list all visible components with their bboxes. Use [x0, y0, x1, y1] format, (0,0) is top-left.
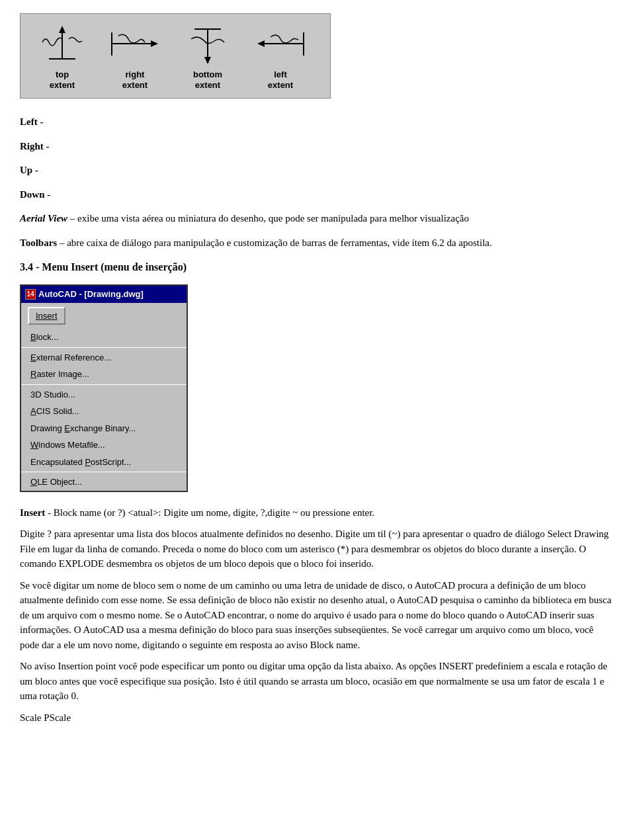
menu-item-eps[interactable]: Encapsulated PostScript... [21, 454, 187, 471]
left-extent-icon [251, 21, 310, 67]
section-heading: 3.4 - Menu Insert (menu de inserção) [20, 259, 615, 275]
extent-cell-top: top extent [26, 21, 99, 90]
top-extent-icon [32, 21, 92, 67]
menu-item-3dstudio[interactable]: 3D Studio... [21, 386, 187, 403]
autocad-menu-screenshot: 14 AutoCAD - [Drawing.dwg] Insert Block.… [20, 284, 188, 492]
insert-menu-button[interactable]: Insert [28, 307, 65, 325]
left-extent-label: left extent [268, 69, 293, 90]
menu-separator-3 [21, 472, 187, 472]
insert-description: Insert - Block name (or ?) <atual>: Digi… [20, 505, 615, 521]
scale-label: Scale PScale [20, 710, 615, 726]
menu-separator-2 [21, 384, 187, 385]
svg-marker-4 [151, 40, 158, 47]
menu-separator-1 [21, 347, 187, 348]
menu-item-raster[interactable]: Raster Image... [21, 366, 187, 383]
digit-description: Digite ? para apresentar uma lista dos b… [20, 526, 615, 571]
block-name-description: Se você digitar um nome de bloco sem o n… [20, 578, 615, 653]
bottom-extent-label: bottom extent [193, 69, 222, 90]
right-extent-label: right extent [122, 69, 148, 90]
autocad-icon: 14 [25, 289, 36, 300]
nav-right: Right - [20, 139, 615, 154]
svg-marker-7 [204, 57, 211, 64]
svg-marker-10 [257, 40, 265, 47]
toolbars-item: Toolbars – abre caixa de diálogo para ma… [20, 235, 615, 251]
menu-item-ole[interactable]: OLE Object... [21, 474, 187, 491]
insertion-point-description: No aviso Insertion point você pode espec… [20, 659, 615, 704]
extent-cell-left: left extent [244, 21, 317, 90]
nav-left: Left - [20, 114, 615, 130]
nav-down: Down - [20, 187, 615, 202]
menu-item-extref[interactable]: External Reference... [21, 349, 187, 366]
right-extent-icon [105, 21, 165, 67]
menu-item-block[interactable]: Block... [21, 329, 187, 346]
extent-image: top extent right extent [20, 13, 331, 99]
autocad-titlebar: 14 AutoCAD - [Drawing.dwg] [21, 286, 187, 303]
insert-menu-panel: Block... External Reference... Raster Im… [21, 329, 187, 491]
svg-marker-1 [59, 26, 65, 33]
menu-item-wmf[interactable]: Windows Metafile... [21, 437, 187, 454]
aerial-view-item: Aerial View – exibe uma vista aérea ou m… [20, 211, 615, 226]
extent-cell-bottom: bottom extent [171, 21, 244, 90]
nav-up: Up - [20, 163, 615, 178]
extent-cell-right: right extent [99, 21, 171, 90]
menu-item-dxb[interactable]: Drawing Exchange Binary... [21, 420, 187, 437]
bottom-extent-icon [178, 21, 237, 67]
top-extent-label: top extent [50, 69, 75, 90]
menu-item-acis[interactable]: ACIS Solid... [21, 403, 187, 420]
